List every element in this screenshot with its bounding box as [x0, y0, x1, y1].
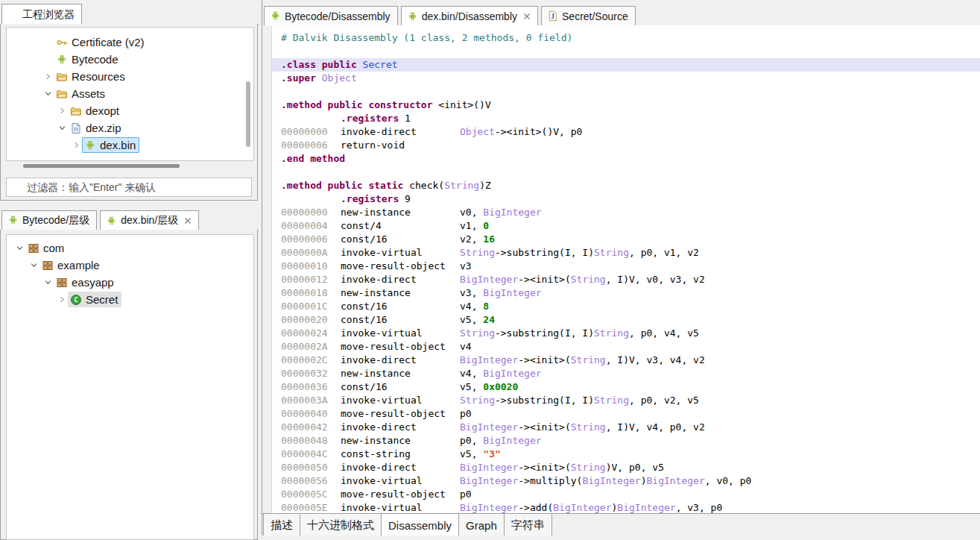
code-line: 0000002Amove-result-objectv4: [272, 340, 980, 354]
tree-item-label: com: [43, 242, 64, 254]
editor-tab-bytecode-disassembly[interactable]: Bytecode/Disassembly: [264, 6, 398, 25]
project-tree-item-certificate-v2-[interactable]: Certificate (v2): [7, 34, 253, 51]
arrow-collapsed-icon[interactable]: [42, 71, 54, 82]
code-line: 00000056invoke-virtualBigInteger->multip…: [272, 474, 980, 488]
code-line: 00000036const/16v5, 0x0020: [272, 380, 980, 394]
arrow-expanded-icon[interactable]: [42, 88, 54, 99]
tab-label: Bytecode/Disassembly: [285, 10, 391, 22]
code-line: 00000012invoke-directBigInteger-><init>(…: [272, 273, 980, 286]
arrow-collapsed-icon[interactable]: [57, 294, 68, 305]
folder-icon: [70, 105, 82, 117]
svg-text:J: J: [551, 13, 554, 20]
filter-input[interactable]: [25, 180, 247, 194]
java-file-icon: J: [547, 10, 558, 22]
view-tab-label: 十六进制格式: [307, 518, 374, 533]
key-icon: [56, 37, 68, 48]
tree-item-label: dex.zip: [86, 122, 121, 134]
arrow-expanded-icon[interactable]: [14, 242, 25, 254]
close-icon[interactable]: [523, 13, 531, 20]
code-line: 00000010move-result-objectv3: [272, 260, 980, 273]
tree-spacer: [42, 37, 54, 48]
hierarchy-tree-item-com[interactable]: com: [7, 239, 253, 257]
project-tree-item-bytecode[interactable]: Bytecode: [7, 51, 253, 68]
editor-tabbar: Bytecode/Disassemblydex.bin/DisassemblyJ…: [262, 0, 980, 26]
hierarchy-tabbar: Bytecode/层级dex.bin/层级: [0, 207, 259, 230]
tree-item-label: dex.bin: [100, 139, 136, 151]
hierarchy-tree-item-example[interactable]: example: [7, 257, 253, 274]
view-tab-label: Disassembly: [388, 519, 452, 532]
code-line: .method public constructor <init>()V: [272, 98, 980, 112]
editor-tab-dex-bin-disassembly[interactable]: dex.bin/Disassembly: [401, 6, 538, 26]
code-line: .class public Secret: [272, 58, 980, 72]
package-icon: [56, 277, 68, 289]
folder-icon: [56, 88, 68, 100]
editor-view-tabs: 描述十六进制格式DisassemblyGraph字符串: [262, 513, 980, 537]
app-window: 工程浏览器 Certificate (v2)BytecodeResourcesA…: [0, 0, 980, 540]
tab-label: dex.bin/层级: [121, 214, 178, 227]
arrow-expanded-icon[interactable]: [28, 260, 39, 271]
project-tree-vscrollbar[interactable]: [246, 81, 250, 147]
project-tree-item-resources[interactable]: Resources: [7, 68, 253, 85]
project-tree-item-dexopt[interactable]: dexopt: [7, 102, 253, 119]
code-line: 0000005Einvoke-virtualBigInteger->add(Bi…: [272, 501, 980, 513]
android-icon: [270, 10, 281, 22]
code-line: 00000018new-instancev3, BigInteger: [272, 286, 980, 300]
code-line: 00000004const/4v1, 0: [272, 219, 980, 233]
project-tree-item-dex-bin[interactable]: dex.bin: [7, 136, 253, 154]
editor-gutter: [262, 25, 272, 513]
code-line: 0000000Ainvoke-virtualString->substring(…: [272, 246, 980, 260]
project-tree-item-assets[interactable]: Assets: [7, 85, 253, 102]
project-tree[interactable]: Certificate (v2)BytecodeResourcesAssetsd…: [6, 27, 254, 161]
view-tab-label: Graph: [466, 519, 497, 532]
filter-box: [6, 178, 252, 197]
tree-item-label: Secret: [86, 293, 118, 306]
hierarchy-tab-bytecode-[interactable]: Bytecode/层级: [1, 210, 97, 230]
view-tab-disassembly[interactable]: Disassembly: [382, 514, 459, 536]
view-tab-label: 描述: [271, 518, 293, 533]
project-tree-hscrollbar[interactable]: [23, 164, 180, 168]
arrow-collapsed-icon[interactable]: [57, 105, 68, 116]
tab-project-explorer[interactable]: 工程浏览器: [1, 4, 82, 25]
android-icon: [7, 215, 19, 226]
code-line: .super Object: [272, 72, 980, 85]
tree-spacer: [42, 54, 54, 65]
code-line: 00000000new-instancev0, BigInteger: [272, 206, 980, 219]
code-line: 0000004Cconst-stringv5, "3": [272, 448, 980, 461]
project-tree-item-dex-zip[interactable]: dex.zip: [7, 119, 253, 136]
tree-item-label: example: [57, 259, 100, 271]
view-tab-十六进制格式[interactable]: 十六进制格式: [300, 514, 382, 536]
view-tab-描述[interactable]: 描述: [263, 514, 300, 536]
android-icon: [84, 139, 96, 151]
code-line: 00000006return-void: [272, 139, 980, 152]
hierarchy-tree[interactable]: comexampleeasyappCSecret: [6, 234, 254, 540]
code-line: 00000032new-instancev4, BigInteger: [272, 367, 980, 380]
editor-tab-secret-source[interactable]: JSecret/Source: [541, 6, 636, 25]
view-tab-字符串[interactable]: 字符串: [505, 514, 552, 536]
folder-icon: [56, 71, 68, 83]
code-line: [272, 45, 980, 58]
hierarchy-tab-dex-bin-[interactable]: dex.bin/层级: [100, 210, 199, 230]
code-line: 0000002Cinvoke-directBigInteger-><init>(…: [272, 354, 980, 367]
view-tab-graph[interactable]: Graph: [459, 514, 505, 536]
tree-item-label: Assets: [72, 87, 105, 100]
code-line: [272, 166, 980, 179]
code-line: .registers 1: [272, 112, 980, 125]
code-line: .registers 9: [272, 192, 980, 206]
code-line: [272, 85, 980, 98]
hierarchy-tree-item-easyapp[interactable]: easyapp: [7, 274, 253, 291]
tab-project-explorer-label: 工程浏览器: [22, 8, 75, 22]
code-line: # Dalvik Disassembly (1 class, 2 methods…: [272, 31, 980, 45]
arrow-expanded-icon[interactable]: [42, 277, 54, 288]
tree-item-label: easyapp: [72, 276, 114, 289]
arrow-expanded-icon[interactable]: [57, 122, 68, 134]
android-icon: [56, 54, 68, 66]
code-area[interactable]: # Dalvik Disassembly (1 class, 2 methods…: [272, 25, 980, 513]
class-icon: C: [70, 294, 82, 306]
code-line: 0000005Cmove-result-objectp0: [272, 488, 980, 501]
tab-label: dex.bin/Disassembly: [422, 10, 517, 22]
hierarchy-tree-item-secret[interactable]: CSecret: [7, 291, 253, 308]
android-icon: [106, 216, 117, 227]
close-icon[interactable]: [184, 217, 192, 225]
disassembly-editor[interactable]: # Dalvik Disassembly (1 class, 2 methods…: [262, 25, 980, 513]
arrow-collapsed-icon[interactable]: [71, 139, 82, 151]
